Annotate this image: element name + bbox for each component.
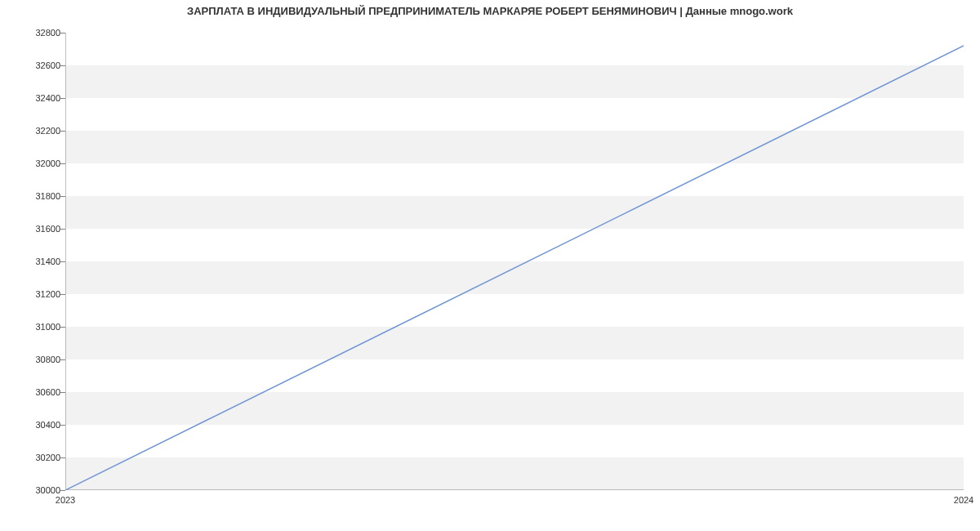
- y-tick-mark: [60, 490, 65, 491]
- chart-title: ЗАРПЛАТА В ИНДИВИДУАЛЬНЫЙ ПРЕДПРИНИМАТЕЛ…: [0, 5, 980, 17]
- y-tick-label: 30000: [3, 485, 60, 495]
- y-tick-label: 31200: [3, 289, 60, 299]
- y-tick-label: 30400: [3, 420, 60, 430]
- y-tick-label: 30600: [3, 387, 60, 397]
- grid-band: [65, 392, 964, 425]
- y-tick-label: 30800: [3, 355, 60, 364]
- y-tick-label: 31800: [3, 191, 60, 201]
- y-tick-label: 31400: [3, 257, 60, 266]
- x-tick-label: 2024: [954, 495, 973, 505]
- chart-container: ЗАРПЛАТА В ИНДИВИДУАЛЬНЫЙ ПРЕДПРИНИМАТЕЛ…: [0, 0, 980, 531]
- plot-svg: [65, 33, 964, 490]
- grid-band: [65, 131, 964, 163]
- grid-band: [65, 327, 964, 359]
- x-tick-label: 2023: [56, 495, 75, 505]
- y-tick-label: 32800: [3, 28, 60, 38]
- grid-band: [65, 261, 964, 294]
- grid-band: [65, 65, 964, 98]
- y-tick-label: 32400: [3, 93, 60, 103]
- y-tick-label: 32000: [3, 158, 60, 168]
- grid-band: [65, 457, 964, 490]
- y-tick-label: 32600: [3, 60, 60, 70]
- plot-area: [65, 33, 964, 490]
- y-tick-label: 31000: [3, 322, 60, 332]
- grid-band: [65, 196, 964, 229]
- y-tick-label: 32200: [3, 126, 60, 136]
- y-tick-label: 30200: [3, 453, 60, 462]
- y-tick-label: 31600: [3, 224, 60, 234]
- grid-bands: [65, 65, 964, 490]
